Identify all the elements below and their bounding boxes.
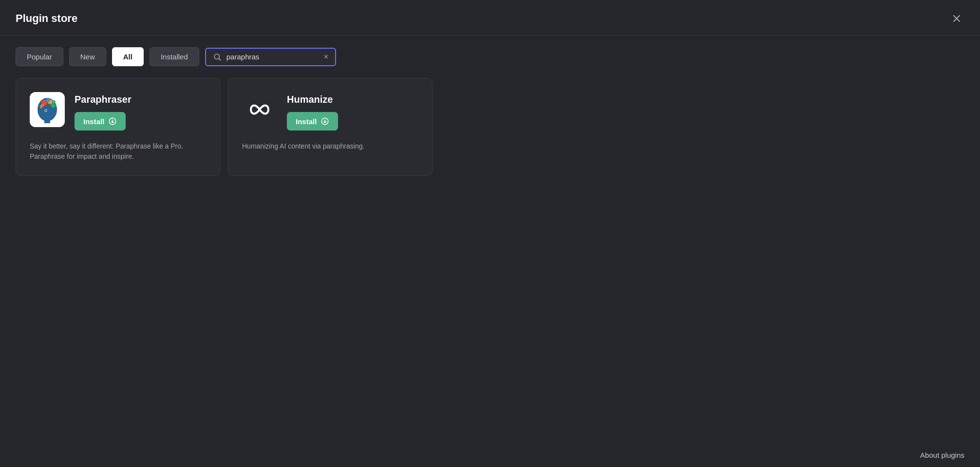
modal-header: Plugin store <box>0 0 980 36</box>
paraphraser-description: Say it better, say it different: Paraphr… <box>30 141 206 162</box>
modal-title: Plugin store <box>16 12 77 25</box>
humanize-icon <box>242 92 277 127</box>
modal-content: Paraphraser Install Say it better, say i… <box>0 76 980 443</box>
plugins-grid: Paraphraser Install Say it better, say i… <box>16 76 964 176</box>
toolbar: Popular New All Installed × <box>0 36 980 76</box>
svg-point-9 <box>53 100 56 103</box>
humanize-description: Humanizing AI content via paraphrasing. <box>242 141 418 151</box>
plugin-card-paraphraser: Paraphraser Install Say it better, say i… <box>16 78 220 176</box>
search-clear-button[interactable]: × <box>324 53 328 61</box>
svg-point-10 <box>40 105 54 120</box>
svg-point-7 <box>46 98 50 102</box>
paraphraser-icon <box>30 92 65 127</box>
install-download-icon-2 <box>320 117 329 126</box>
filter-popular[interactable]: Popular <box>16 47 63 66</box>
search-container: × <box>205 48 336 66</box>
humanize-icon-svg <box>242 92 277 127</box>
filter-new[interactable]: New <box>69 47 106 66</box>
paraphraser-icon-svg <box>30 92 65 127</box>
paraphraser-install-button[interactable]: Install <box>75 112 126 131</box>
filter-all[interactable]: All <box>112 47 144 66</box>
svg-point-13 <box>45 110 47 112</box>
install-download-icon <box>108 117 117 126</box>
filter-installed[interactable]: Installed <box>150 47 199 66</box>
plugin-store-modal: Plugin store Popular New All Installed × <box>0 0 980 467</box>
close-button[interactable] <box>949 11 964 26</box>
plugin-card-humanize: Humanize Install Humanizing AI content v… <box>228 78 433 176</box>
paraphraser-info: Paraphraser Install <box>75 92 132 131</box>
paraphraser-name: Paraphraser <box>75 94 132 105</box>
svg-rect-11 <box>44 119 50 123</box>
humanize-name: Humanize <box>287 94 338 105</box>
search-input[interactable] <box>226 53 319 61</box>
humanize-info: Humanize Install <box>287 92 338 131</box>
modal-footer: About plugins <box>0 443 980 467</box>
humanize-card-header: Humanize Install <box>242 92 418 131</box>
search-icon <box>213 53 222 61</box>
about-plugins-link[interactable]: About plugins <box>920 451 964 459</box>
close-icon <box>951 13 962 24</box>
plugin-card-header: Paraphraser Install <box>30 92 206 131</box>
humanize-install-button[interactable]: Install <box>287 112 338 131</box>
